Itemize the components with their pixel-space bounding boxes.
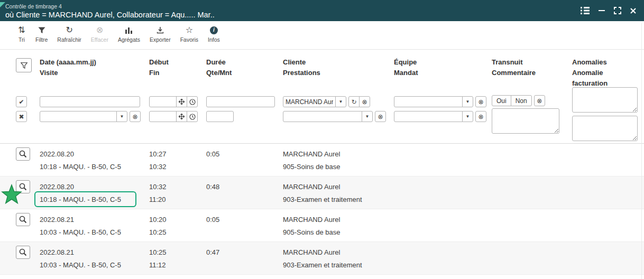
reset-filter-button[interactable]: ✖: [16, 111, 27, 122]
filter-button[interactable]: Filtre: [31, 25, 52, 43]
visite-filter-input[interactable]: [40, 111, 117, 122]
toolbar: ⇅ Tri Filtre ↻ Rafraîchir ⊗ Effacer Agré…: [0, 21, 644, 50]
row-visite: 10:18 - MAQU. - B-50, C-5: [40, 163, 149, 171]
row-fin: 10:32: [149, 163, 206, 171]
favorites-button[interactable]: ☆ Favoris: [176, 25, 203, 43]
mandat-filter-input[interactable]: [394, 111, 463, 122]
row-fin: 11:20: [149, 196, 206, 203]
prestations-dropdown-button[interactable]: ▼: [362, 111, 373, 122]
refresh-icon: ↻: [66, 25, 72, 35]
clear-circle-icon: ⊗: [132, 114, 137, 120]
equipe-dropdown-button[interactable]: ▼: [462, 96, 473, 107]
row-debut: 10:25: [149, 248, 206, 256]
fin-filter-input[interactable]: [149, 111, 177, 122]
crosshair-icon: [179, 99, 185, 105]
row-prestations: 903-Examen et traitement: [283, 261, 394, 269]
qte-filter-input[interactable]: [206, 111, 234, 122]
duree-filter-input[interactable]: [206, 96, 275, 107]
mandat-dropdown-button[interactable]: ▼: [462, 111, 473, 122]
refresh-icon: ↻: [351, 99, 356, 105]
cliente-filter-input[interactable]: [283, 96, 336, 107]
transnuit-non-button[interactable]: Non: [511, 95, 532, 106]
transnuit-clear-button[interactable]: ⊗: [534, 95, 545, 106]
maximize-icon[interactable]: [614, 7, 621, 14]
row-visite: 10:03 - MAQU. - B-50, C-5: [40, 228, 149, 236]
magnifier-icon: [19, 216, 27, 224]
row-date: 2022.08.21: [40, 248, 149, 256]
fin-move-button[interactable]: [176, 111, 187, 122]
cliente-refresh-button[interactable]: ↻: [348, 96, 360, 107]
info-label: Infos: [208, 36, 220, 43]
table-header: Date (aaaa.mm.jj)Visite DébutFin DuréeQt…: [0, 50, 644, 85]
row-search-button[interactable]: [16, 246, 30, 259]
clock-icon: [189, 114, 196, 120]
refresh-button[interactable]: ↻ Rafraîchir: [52, 25, 86, 43]
equipe-clear-button[interactable]: ⊗: [475, 96, 486, 107]
list-view-icon[interactable]: [581, 7, 590, 14]
anomalies-filter-textarea[interactable]: [572, 87, 638, 113]
prestations-clear-button[interactable]: ⊗: [375, 111, 386, 122]
cliente-clear-button[interactable]: ⊗: [359, 96, 370, 107]
chevron-down-icon: ▼: [339, 100, 343, 104]
debut-move-button[interactable]: [176, 96, 187, 107]
date-filter-input[interactable]: [40, 96, 140, 107]
row-fin: 11:12: [149, 261, 206, 269]
aggregates-button[interactable]: Agrégats: [113, 25, 145, 43]
visite-clear-button[interactable]: ⊗: [130, 111, 141, 122]
row-search-button[interactable]: [16, 147, 30, 161]
row-visite: 10:03 - MAQU. - B-50, C-5: [40, 261, 149, 269]
row-search-button[interactable]: [16, 213, 30, 226]
table-row: 2022.08.21 10:03 - MAQU. - B-50, C-5 10:…: [0, 242, 644, 275]
header-filter-toggle-button[interactable]: [16, 58, 32, 72]
column-header-equipe: ÉquipeMandat: [394, 57, 492, 78]
equipe-filter-input[interactable]: [394, 96, 463, 107]
window-controls: [581, 7, 637, 14]
clear-circle-icon: ⊗: [478, 114, 483, 120]
row-date: 2022.08.21: [40, 216, 149, 224]
check-icon: ✔: [19, 99, 24, 105]
window-title: Contrôle de timbrage 4: [5, 3, 215, 10]
row-prestations: 905-Soins de base: [283, 163, 394, 171]
row-prestations: 905-Soins de base: [283, 228, 394, 236]
sort-button[interactable]: ⇅ Tri: [13, 25, 31, 43]
clear-circle-icon: ⊗: [378, 114, 383, 120]
corner-marker: [0, 0, 5, 10]
table-row: 2022.08.20 10:18 - MAQU. - B-50, C-5 10:…: [0, 144, 644, 176]
debut-filter-input[interactable]: [149, 96, 177, 107]
row-prestations: 903-Examen et traitement: [283, 196, 394, 203]
minimize-icon[interactable]: [598, 7, 605, 14]
crosshair-icon: [179, 114, 185, 119]
cliente-dropdown-button[interactable]: ▼: [335, 96, 346, 107]
sort-label: Tri: [19, 36, 25, 43]
table-body: 2022.08.20 10:18 - MAQU. - B-50, C-5 10:…: [0, 144, 644, 275]
table-row: 2022.08.20 10:18 - MAQU. - B-50, C-5 10:…: [0, 176, 644, 209]
row-date: 2022.08.20: [40, 183, 149, 191]
star-icon: ☆: [186, 25, 193, 35]
commentaire-filter-textarea[interactable]: [492, 108, 559, 134]
prestations-filter-input[interactable]: [283, 111, 362, 122]
info-icon: i: [210, 25, 218, 35]
debut-time-button[interactable]: [187, 96, 198, 107]
close-icon[interactable]: [630, 7, 637, 14]
chevron-down-icon: ▼: [466, 100, 470, 104]
transnuit-oui-button[interactable]: Oui: [492, 95, 511, 106]
export-button[interactable]: Exporter: [145, 25, 176, 43]
filter-label: Filtre: [35, 36, 48, 43]
apply-filter-button[interactable]: ✔: [16, 96, 27, 107]
aggregates-label: Agrégats: [118, 36, 140, 43]
magnifier-icon: [19, 248, 27, 256]
fin-time-button[interactable]: [187, 111, 198, 122]
sort-icon: ⇅: [18, 25, 25, 35]
visite-dropdown-button[interactable]: ▼: [116, 111, 127, 122]
mandat-clear-button[interactable]: ⊗: [475, 111, 486, 122]
chevron-down-icon: ▼: [120, 115, 124, 119]
row-fin: 10:25: [149, 228, 206, 236]
info-button[interactable]: i Infos: [203, 25, 225, 43]
chevron-down-icon: ▼: [466, 115, 470, 119]
annotation-star-icon: [1, 184, 22, 207]
row-debut: 10:27: [149, 150, 206, 158]
filter-row-area: ✔ ✖ ▼ ⊗: [0, 85, 644, 144]
anomalie-facturation-filter-textarea[interactable]: [572, 116, 638, 141]
column-header-transnuit: TransnuitCommentaire: [492, 57, 572, 78]
row-duree: 0:05: [206, 216, 283, 224]
